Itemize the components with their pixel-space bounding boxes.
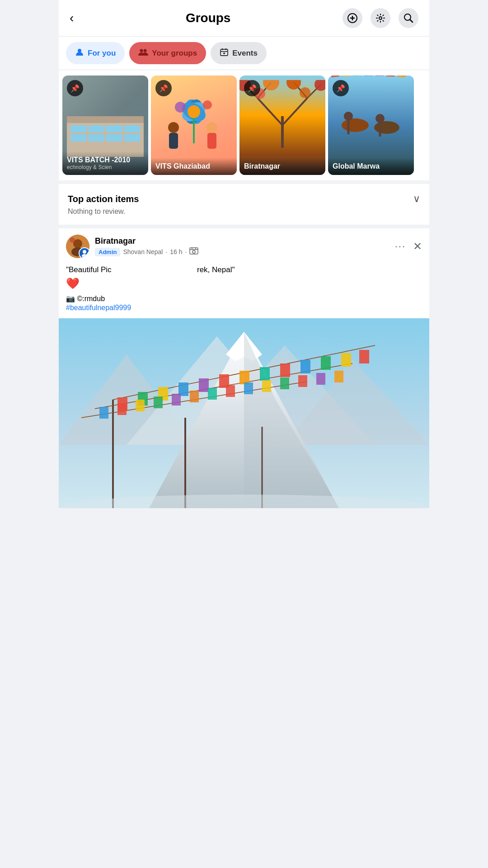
svg-line-28	[282, 98, 307, 125]
page-title: Groups	[186, 11, 231, 25]
svg-rect-25	[207, 133, 216, 149]
svg-point-18	[188, 105, 200, 118]
post-meta: Biratnagar Admin Shovan Nepal · 16 h ·	[95, 236, 389, 257]
pin-icon-ghaziabad: 📌	[155, 80, 172, 96]
svg-point-38	[300, 87, 310, 98]
tab-for-you[interactable]: For you	[66, 42, 125, 64]
add-icon[interactable]	[343, 8, 362, 28]
svg-point-6	[78, 49, 81, 52]
svg-rect-87	[260, 367, 270, 381]
post-content: "Beautiful Pic rek, Nepal" ❤️ 📷 ©:rmdub …	[59, 264, 429, 318]
svg-rect-23	[169, 133, 178, 149]
svg-rect-90	[321, 356, 331, 370]
post-group-name: Biratnagar	[95, 236, 389, 246]
header: ‹ Groups	[59, 0, 429, 37]
svg-point-21	[203, 100, 212, 109]
post-actions: ··· ✕	[395, 240, 422, 253]
svg-point-65	[192, 250, 195, 253]
svg-rect-103	[280, 377, 289, 389]
group-card-overlay-biratnagar: Biratnagar	[239, 158, 325, 175]
svg-rect-96	[154, 396, 163, 408]
svg-rect-40	[330, 75, 339, 77]
your-groups-icon	[138, 47, 148, 59]
svg-point-51	[375, 114, 385, 123]
avatar	[66, 235, 89, 258]
post-time-value: 16 h	[170, 248, 182, 255]
group-card-overlay: VITS BATCH -2010 echnology & Scien	[62, 151, 148, 175]
pin-icon: 📌	[67, 80, 83, 96]
tab-events-label: Events	[232, 49, 258, 58]
action-items-section: Top action items ∨ Nothing to review.	[59, 184, 429, 225]
svg-point-20	[175, 102, 186, 113]
svg-rect-102	[262, 380, 271, 392]
tab-bar: For you Your groups Events	[59, 37, 429, 70]
post-text-part2: rek, Nepal"	[197, 265, 235, 274]
post-text-part1: "Beautiful Pic	[66, 265, 112, 274]
svg-rect-84	[199, 378, 209, 392]
svg-line-5	[410, 20, 413, 23]
svg-rect-99	[208, 388, 217, 400]
svg-point-47	[342, 118, 369, 132]
post-hashtag[interactable]: #beautifulnepal9999	[66, 304, 422, 312]
svg-point-57	[81, 237, 85, 241]
post-credit: 📷 ©:rmdub	[66, 294, 422, 303]
svg-point-13	[223, 52, 225, 54]
svg-point-48	[344, 112, 353, 121]
post-author: Shovan Nepal	[123, 248, 163, 255]
group-card-sub-vits-batch: echnology & Scien	[67, 164, 144, 170]
post-time: ·	[165, 248, 167, 255]
credit-text: ©:rmdub	[77, 295, 105, 302]
header-icons	[343, 8, 418, 28]
avatar-inner	[79, 247, 89, 258]
svg-rect-46	[398, 75, 406, 77]
svg-point-56	[70, 237, 75, 243]
group-card-name-vits-batch: VITS BATCH -2010	[67, 156, 144, 164]
svg-point-22	[168, 122, 179, 133]
post-emoji: ❤️	[66, 277, 422, 290]
svg-point-8	[144, 49, 147, 52]
svg-rect-92	[359, 350, 369, 363]
svg-rect-42	[353, 75, 361, 76]
svg-rect-91	[341, 353, 351, 367]
group-card-global-marwa[interactable]: 📌 Global Marwa	[328, 75, 414, 175]
svg-point-3	[379, 17, 382, 19]
post-time-dot: ·	[185, 248, 187, 255]
post-text: "Beautiful Pic rek, Nepal"	[66, 264, 422, 275]
svg-rect-104	[298, 375, 307, 387]
post-author-line: Admin Shovan Nepal · 16 h ·	[95, 247, 389, 257]
svg-rect-44	[375, 75, 384, 76]
group-card-overlay-global-marwa: Global Marwa	[328, 158, 414, 175]
svg-rect-106	[334, 371, 343, 382]
back-button[interactable]: ‹	[70, 11, 74, 25]
svg-rect-86	[239, 371, 249, 384]
group-card-biratnagar[interactable]: 📌 Biratnagar	[239, 75, 325, 175]
svg-rect-93	[99, 407, 108, 419]
svg-rect-43	[364, 75, 372, 76]
close-post-icon[interactable]: ✕	[413, 240, 422, 253]
action-items-header: Top action items ∨	[68, 193, 420, 205]
search-icon[interactable]	[399, 8, 418, 28]
group-card-vits-batch[interactable]: 📌 VITS BATCH -2010 echnology & Scien	[62, 75, 148, 175]
action-items-title: Top action items	[68, 194, 139, 204]
post-image	[59, 318, 429, 508]
photo-icon	[189, 247, 198, 257]
svg-rect-45	[386, 75, 395, 77]
events-icon	[220, 47, 229, 59]
group-card-name-biratnagar: Biratnagar	[244, 162, 321, 170]
svg-rect-89	[300, 360, 310, 373]
svg-point-60	[82, 254, 87, 258]
svg-rect-98	[190, 391, 199, 402]
more-options-icon[interactable]: ···	[395, 241, 406, 252]
tab-events[interactable]: Events	[211, 42, 267, 64]
group-card-vits-ghaziabad[interactable]: 📌 VITS Ghaziabad	[151, 75, 237, 175]
settings-icon[interactable]	[371, 8, 390, 28]
post-header: Biratnagar Admin Shovan Nepal · 16 h ·	[59, 228, 429, 264]
svg-point-7	[140, 49, 143, 52]
svg-point-59	[83, 250, 86, 254]
svg-line-27	[258, 98, 282, 125]
tab-your-groups[interactable]: Your groups	[129, 42, 206, 64]
svg-rect-97	[172, 394, 181, 406]
chevron-down-icon[interactable]: ∨	[413, 193, 420, 205]
svg-rect-95	[136, 400, 145, 411]
svg-rect-101	[244, 382, 253, 394]
